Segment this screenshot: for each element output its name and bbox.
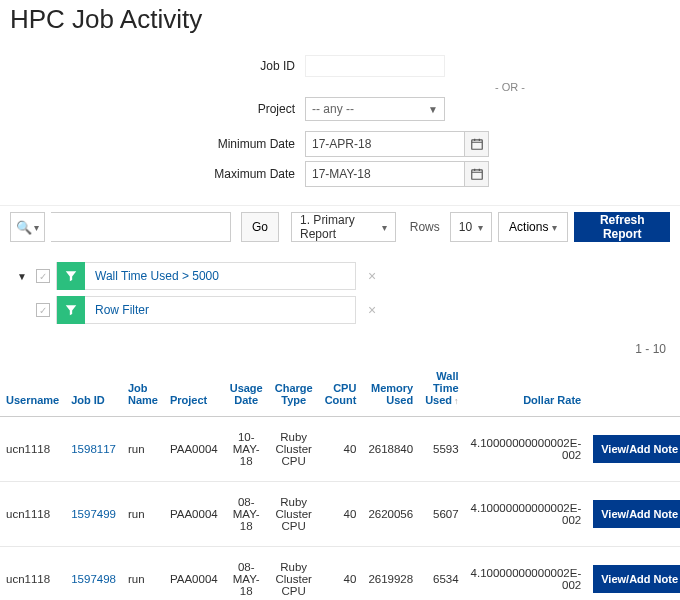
- col-dollar-rate[interactable]: Dollar Rate: [465, 360, 588, 417]
- cell-charge-type: Ruby Cluster CPU: [269, 547, 319, 601]
- cell-wall-time-used: 6534: [419, 547, 464, 601]
- cell-cpu-count: 40: [319, 482, 363, 547]
- cell-jobname: run: [122, 482, 164, 547]
- table-row: ucn11181597498runPAA000408-MAY-18Ruby Cl…: [0, 547, 680, 601]
- rows-select[interactable]: 10 ▾: [450, 212, 492, 242]
- search-input[interactable]: [51, 212, 231, 242]
- page-title: HPC Job Activity: [0, 0, 680, 47]
- project-select-value: -- any --: [312, 102, 354, 116]
- cell-usage-date: 08-MAY-18: [224, 482, 269, 547]
- rows-select-value: 10: [459, 220, 472, 234]
- table-row: ucn11181597499runPAA000408-MAY-18Ruby Cl…: [0, 482, 680, 547]
- toolbar: 🔍 ▾ Go 1. Primary Report ▾ Rows 10 ▾ Act…: [0, 205, 680, 248]
- min-date-calendar-button[interactable]: [465, 131, 489, 157]
- or-text: - OR -: [0, 81, 680, 93]
- cell-jobname: run: [122, 417, 164, 482]
- sort-asc-icon: ↑: [452, 396, 459, 406]
- jobid-label: Job ID: [0, 59, 305, 73]
- cell-charge-type: Ruby Cluster CPU: [269, 417, 319, 482]
- col-project[interactable]: Project: [164, 360, 224, 417]
- cell-usage-date: 10-MAY-18: [224, 417, 269, 482]
- row-count: 1 - 10: [0, 334, 680, 360]
- cell-memory-used: 2619928: [362, 547, 419, 601]
- project-label: Project: [0, 102, 305, 116]
- col-cpu-count[interactable]: CPU Count: [319, 360, 363, 417]
- filter-chip[interactable]: Row Filter: [56, 296, 356, 324]
- jobid-input[interactable]: [305, 55, 445, 77]
- cell-dollar-rate: 4.10000000000002E-002: [465, 417, 588, 482]
- filter-chip[interactable]: Wall Time Used > 5000: [56, 262, 356, 290]
- chevron-down-icon: ▾: [382, 222, 387, 233]
- filter-checkbox[interactable]: [36, 303, 50, 317]
- cell-project: PAA0004: [164, 417, 224, 482]
- table-row: ucn11181598117runPAA000410-MAY-18Ruby Cl…: [0, 417, 680, 482]
- report-select-value: 1. Primary Report: [300, 213, 376, 241]
- calendar-icon: [470, 137, 484, 151]
- cell-jobid[interactable]: 1597499: [65, 482, 122, 547]
- filter-chip-text: Wall Time Used > 5000: [85, 269, 229, 283]
- results-table: Username Job ID Job Name Project Usage D…: [0, 360, 680, 600]
- cell-memory-used: 2620056: [362, 482, 419, 547]
- col-username[interactable]: Username: [0, 360, 65, 417]
- svg-rect-0: [471, 140, 482, 149]
- max-date-calendar-button[interactable]: [465, 161, 489, 187]
- go-button[interactable]: Go: [241, 212, 279, 242]
- col-jobname[interactable]: Job Name: [122, 360, 164, 417]
- cell-usage-date: 08-MAY-18: [224, 547, 269, 601]
- cell-dollar-rate: 4.10000000000002E-002: [465, 547, 588, 601]
- view-add-note-button[interactable]: View/Add Note: [593, 565, 680, 593]
- search-column-picker[interactable]: 🔍 ▾: [10, 212, 45, 242]
- cell-username: ucn1118: [0, 482, 65, 547]
- col-charge-type[interactable]: Charge Type: [269, 360, 319, 417]
- filters-toggle[interactable]: ▼: [14, 271, 30, 282]
- cell-cpu-count: 40: [319, 547, 363, 601]
- cell-wall-time-used: 5607: [419, 482, 464, 547]
- filter-icon: [57, 262, 85, 290]
- col-wall-time-used[interactable]: Wall Time Used↑: [419, 360, 464, 417]
- col-memory-used[interactable]: Memory Used: [362, 360, 419, 417]
- refresh-button[interactable]: Refresh Report: [574, 212, 670, 242]
- cell-username: ucn1118: [0, 547, 65, 601]
- project-select[interactable]: -- any -- ▼: [305, 97, 445, 121]
- cell-dollar-rate: 4.10000000000002E-002: [465, 482, 588, 547]
- filter-checkbox[interactable]: [36, 269, 50, 283]
- cell-jobid[interactable]: 1597498: [65, 547, 122, 601]
- col-usage-date[interactable]: Usage Date: [224, 360, 269, 417]
- col-jobid[interactable]: Job ID: [65, 360, 122, 417]
- filter-icon: [57, 296, 85, 324]
- max-date-input[interactable]: [305, 161, 465, 187]
- cell-action: View/Add Note: [587, 417, 680, 482]
- active-filters: ▼ Wall Time Used > 5000 × Row Filter ×: [0, 248, 680, 334]
- actions-button[interactable]: Actions ▾: [498, 212, 568, 242]
- filter-chip-text: Row Filter: [85, 303, 159, 317]
- view-add-note-button[interactable]: View/Add Note: [593, 435, 680, 463]
- cell-charge-type: Ruby Cluster CPU: [269, 482, 319, 547]
- search-icon: 🔍: [16, 220, 32, 235]
- filter-form: Job ID - OR - Project -- any -- ▼ Minimu…: [0, 47, 680, 205]
- cell-username: ucn1118: [0, 417, 65, 482]
- cell-action: View/Add Note: [587, 547, 680, 601]
- report-select[interactable]: 1. Primary Report ▾: [291, 212, 396, 242]
- view-add-note-button[interactable]: View/Add Note: [593, 500, 680, 528]
- cell-memory-used: 2618840: [362, 417, 419, 482]
- col-action: [587, 360, 680, 417]
- actions-label: Actions: [509, 220, 548, 234]
- cell-wall-time-used: 5593: [419, 417, 464, 482]
- cell-jobid[interactable]: 1598117: [65, 417, 122, 482]
- cell-action: View/Add Note: [587, 482, 680, 547]
- max-date-label: Maximum Date: [0, 167, 305, 181]
- chevron-down-icon: ▾: [34, 222, 39, 233]
- svg-rect-1: [471, 170, 482, 179]
- cell-project: PAA0004: [164, 547, 224, 601]
- chevron-down-icon: ▾: [478, 222, 483, 233]
- remove-filter-icon[interactable]: ×: [368, 302, 376, 318]
- min-date-label: Minimum Date: [0, 137, 305, 151]
- rows-label: Rows: [402, 220, 444, 234]
- remove-filter-icon[interactable]: ×: [368, 268, 376, 284]
- calendar-icon: [470, 167, 484, 181]
- cell-jobname: run: [122, 547, 164, 601]
- cell-cpu-count: 40: [319, 417, 363, 482]
- chevron-down-icon: ▼: [428, 104, 438, 115]
- cell-project: PAA0004: [164, 482, 224, 547]
- min-date-input[interactable]: [305, 131, 465, 157]
